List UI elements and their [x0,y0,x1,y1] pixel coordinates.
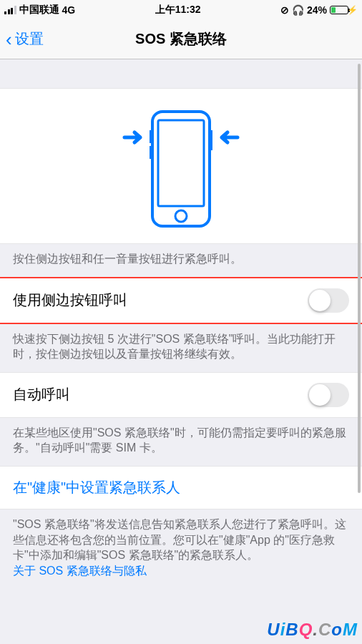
svg-rect-3 [150,130,152,143]
scrollbar[interactable] [358,64,361,493]
svg-rect-0 [152,112,210,226]
press-buttons-phone-icon [122,109,240,229]
signal-icon [4,6,16,14]
status-bar: 中国联通 4G 上午11:32 ⊘ 🎧 24% ⚡ [0,0,362,19]
auto-call-row[interactable]: 自动呼叫 [0,372,362,418]
health-footer-text: "SOS 紧急联络"将发送信息告知紧急联系人您进行了紧急呼叫。这些信息还将包含您… [13,518,346,561]
auto-call-label: 自动呼叫 [13,385,70,404]
use-side-button-row[interactable]: 使用侧边按钮呼叫 [0,277,362,324]
auto-call-footer: 在某些地区使用"SOS 紧急联络"时，可能仍需指定要呼叫的紧急服务。"自动呼叫"… [0,418,362,466]
svg-rect-1 [158,120,204,206]
svg-point-2 [175,210,187,222]
network-label: 4G [62,4,76,16]
setup-health-contacts-link[interactable]: 在"健康"中设置紧急联系人 [0,466,362,509]
svg-rect-5 [210,130,212,150]
carrier-label: 中国联通 [19,4,59,16]
watermark: UiBQ.CoM [267,620,358,640]
use-side-button-footer: 快速按下侧边按钮 5 次进行"SOS 紧急联络"呼叫。当此功能打开时，按住侧边按… [0,324,362,372]
page-title: SOS 紧急联络 [0,29,362,49]
orientation-lock-icon: ⊘ [280,4,289,16]
health-contacts-footer: "SOS 紧急联络"将发送信息告知紧急联系人您进行了紧急呼叫。这些信息还将包含您… [0,509,362,588]
sos-illustration-section [0,88,362,244]
chevron-left-icon: ‹ [6,30,12,49]
illustration-footer: 按住侧边按钮和任一音量按钮进行紧急呼叫。 [0,244,362,277]
charging-icon: ⚡ [347,5,358,15]
status-right: ⊘ 🎧 24% ⚡ [280,4,358,16]
status-time: 上午11:32 [155,4,201,16]
use-side-button-toggle[interactable] [308,288,349,313]
back-label: 设置 [15,29,44,49]
battery-icon [330,6,348,14]
auto-call-toggle[interactable] [308,383,349,407]
headphones-icon: 🎧 [292,4,304,16]
status-left: 中国联通 4G [4,4,75,16]
sos-privacy-link[interactable]: 关于 SOS 紧急联络与隐私 [13,565,147,577]
navigation-bar: ‹ 设置 SOS 紧急联络 [0,19,362,59]
use-side-button-label: 使用侧边按钮呼叫 [13,291,127,310]
content-scroll[interactable]: 按住侧边按钮和任一音量按钮进行紧急呼叫。 使用侧边按钮呼叫 快速按下侧边按钮 5… [0,59,362,644]
back-button[interactable]: ‹ 设置 [0,29,44,49]
svg-rect-4 [150,146,152,159]
battery-percent: 24% [307,4,327,16]
